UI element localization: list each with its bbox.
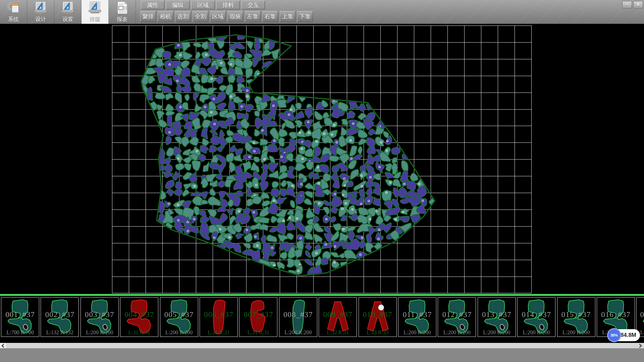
progress-circle: 38% xyxy=(607,328,621,342)
piece-label: 006_#37 xyxy=(200,310,237,319)
tool-button-design[interactable]: 设计 xyxy=(27,0,54,24)
close-button[interactable]: × xyxy=(633,1,643,8)
piece-thumbnail-8[interactable]: 008_#37 L:200 R:200 xyxy=(279,297,317,337)
piece-label: 013_#37 xyxy=(478,310,516,319)
scroll-left-button[interactable] xyxy=(0,343,6,348)
tool-button-settings[interactable]: 设置 xyxy=(54,0,82,24)
piece-label: 008_#37 xyxy=(279,310,317,319)
piece-label: 0 xyxy=(637,310,644,319)
chevron-left-icon xyxy=(1,344,6,348)
minimize-button[interactable]: – xyxy=(622,1,632,8)
piece-counts: L:31 R:31 xyxy=(120,329,158,336)
tool-button-report[interactable]: 报表 xyxy=(109,0,136,24)
piece-label: 016_#37 xyxy=(597,310,635,319)
piece-thumbnail-4[interactable]: 004_#37 L:31 R:31 xyxy=(120,297,158,337)
piece-label: 003_#37 xyxy=(81,310,118,319)
piece-thumbnail-11[interactable]: 011_#37 L:200 R:200 xyxy=(398,297,436,337)
tool-button-label: 设计 xyxy=(35,16,46,23)
tool-button-system[interactable]: 系统 xyxy=(0,0,27,24)
bottom-panel xyxy=(0,348,644,362)
piece-label: 007_#37 xyxy=(239,310,277,319)
command-button-1[interactable]: 聚排 xyxy=(140,11,156,22)
piece-thumbnail-12[interactable]: 012_#37 L:200 R:200 xyxy=(438,297,476,337)
main-toolbar: 系统 设计 设置 排版 报表 属性编辑区域排料交互 xyxy=(0,0,644,24)
piece-counts: L:200 R:200 xyxy=(81,329,118,336)
piece-counts: L:200 R:200 xyxy=(160,329,198,336)
piece-thumbnail-7[interactable]: 007_#37 L:31 R:31 xyxy=(239,297,277,337)
command-button-5[interactable]: 区域 xyxy=(210,11,226,22)
command-button-8[interactable]: 右靠 xyxy=(262,11,278,22)
progress-percent: 38% xyxy=(610,333,618,337)
menu-tab-5[interactable]: 交互 xyxy=(241,1,265,9)
horizontal-scrollbar[interactable] xyxy=(0,343,644,348)
piece-counts: L:32 R:31 xyxy=(319,329,357,336)
piece-counts: L:200 R:200 xyxy=(557,329,595,336)
report-document-icon xyxy=(115,1,129,16)
piece-label: 001_#37 xyxy=(1,310,39,319)
piece-thumbnail-6[interactable]: 006_#37 L:21 R:21 xyxy=(200,297,238,337)
pieces-thumbnail-strip: 001_#37 L:700 R:700 002_#37 L:132 R:132 … xyxy=(0,297,644,338)
piece-counts: L:200 R:200 xyxy=(279,329,317,336)
piece-counts: L:200 R:200 xyxy=(518,329,555,336)
piece-label: 009_#37 xyxy=(319,310,357,319)
tool-button-layout[interactable]: 排版 xyxy=(82,0,109,24)
piece-label: 011_#37 xyxy=(398,310,436,319)
layout-ruler-laptop-icon xyxy=(88,1,102,16)
design-ruler-laptop-icon xyxy=(34,1,48,16)
piece-counts: L:21 R:21 xyxy=(200,329,237,336)
piece-thumbnail-9[interactable]: 009_#37 L:32 R:31 xyxy=(319,297,357,337)
close-icon: × xyxy=(637,2,640,7)
tool-button-label: 系统 xyxy=(8,16,19,23)
piece-label: 014_#37 xyxy=(518,310,555,319)
piece-counts: L:31 R:31 xyxy=(239,329,277,336)
tool-button-label: 排版 xyxy=(90,16,100,23)
menu-tab-3[interactable]: 区域 xyxy=(191,1,215,9)
chevron-right-icon xyxy=(638,344,642,348)
piece-counts: L:200 R:200 xyxy=(438,329,476,336)
piece-label: 004_#37 xyxy=(120,310,158,319)
piece-counts: L:200 R:200 xyxy=(478,329,516,336)
piece-thumbnail-15[interactable]: 015_#37 L:200 R:200 xyxy=(557,297,595,337)
piece-label: 015_#37 xyxy=(557,310,595,319)
command-button-3[interactable]: 选割 xyxy=(175,11,191,22)
piece-label: 002_#37 xyxy=(41,310,78,319)
minimize-icon: – xyxy=(626,2,629,7)
piece-thumbnail-1[interactable]: 001_#37 L:700 R:700 xyxy=(1,297,39,337)
command-button-2[interactable]: 相机 xyxy=(158,11,173,22)
command-button-7[interactable]: 左靠 xyxy=(245,11,261,22)
progress-badge: 384.8M 38% xyxy=(607,328,644,342)
strip-divider xyxy=(0,294,644,296)
command-button-9[interactable]: 上靠 xyxy=(280,11,296,22)
piece-counts: L:200 R:200 xyxy=(398,329,436,336)
menu-tab-1[interactable]: 属性 xyxy=(141,1,164,9)
settings-ruler-laptop-icon xyxy=(61,1,75,16)
application-window: 系统 设计 设置 排版 报表 属性编辑区域排料交互 xyxy=(0,0,644,362)
piece-thumbnail-14[interactable]: 014_#37 L:200 R:200 xyxy=(517,297,555,337)
piece-thumbnail-13[interactable]: 013_#37 L:200 R:200 xyxy=(478,297,516,337)
tool-button-label: 设置 xyxy=(62,16,73,23)
scroll-right-button[interactable] xyxy=(637,343,643,348)
command-button-10[interactable]: 下靠 xyxy=(297,11,313,22)
piece-thumbnail-3[interactable]: 003_#37 L:200 R:200 xyxy=(80,297,119,337)
command-button-4[interactable]: 全割 xyxy=(193,11,208,22)
tool-button-label: 报表 xyxy=(117,16,127,23)
piece-label: 010_#37 xyxy=(359,310,396,319)
piece-label: 012_#37 xyxy=(438,310,476,319)
piece-thumbnail-2[interactable]: 002_#37 L:132 R:132 xyxy=(41,297,79,337)
menu-tab-4[interactable]: 排料 xyxy=(216,1,240,9)
piece-thumbnail-5[interactable]: 005_#37 L:200 R:200 xyxy=(160,297,198,337)
menu-tab-2[interactable]: 编辑 xyxy=(166,1,190,9)
piece-counts: L:33 R:33 xyxy=(359,329,396,336)
command-button-6[interactable]: 瑕疵 xyxy=(227,11,243,22)
piece-counts: L:132 R:132 xyxy=(41,329,78,336)
piece-counts: L:700 R:700 xyxy=(1,329,39,336)
piece-thumbnail-10[interactable]: 010_#37 L:33 R:33 xyxy=(359,297,397,337)
system-gear-notepad-icon xyxy=(6,1,20,16)
piece-label: 005_#37 xyxy=(160,310,198,319)
